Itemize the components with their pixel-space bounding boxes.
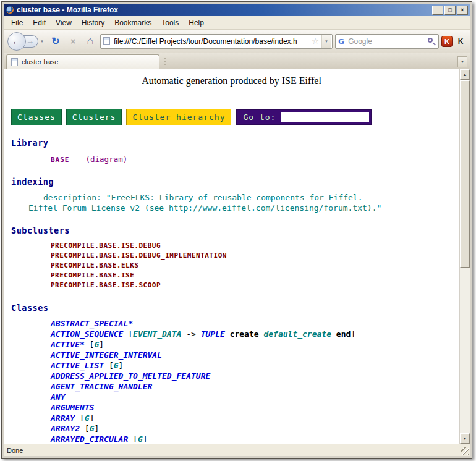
menu-help[interactable]: Help — [184, 17, 209, 29]
doc-button-classes[interactable]: Classes — [11, 109, 62, 125]
subcluster-link[interactable]: PRECOMPILE.BASE.ISE.SCOOP — [51, 281, 459, 290]
tab-bar: cluster base ▼ — [4, 53, 470, 69]
code-text: ] — [90, 413, 95, 423]
code-text — [331, 329, 336, 339]
class-link[interactable]: ACTIVE_INTEGER_INTERVAL — [51, 350, 162, 360]
stop-button[interactable]: × — [66, 34, 80, 49]
arrow-down-icon: ▼ — [463, 436, 467, 441]
code-text: [ — [85, 340, 95, 349]
class-link[interactable]: ACTION_SEQUENCE — [51, 329, 123, 339]
bookmark-star-icon[interactable]: ☆ — [312, 36, 319, 46]
subcluster-link[interactable]: PRECOMPILE.BASE.ISE.DEBUG_IMPLEMENTATION — [51, 251, 459, 261]
subcluster-link[interactable]: PRECOMPILE.BASE.ISE — [51, 271, 459, 281]
minimize-button[interactable]: _ — [432, 6, 443, 15]
classes-heading: Classes — [11, 303, 459, 313]
class-list-row: ACTIVE* [G] — [51, 339, 459, 350]
window-title: cluster base - Mozilla Firefox — [17, 6, 430, 14]
indexing-line: Eiffel Forum License v2 (see http://www.… — [28, 203, 459, 213]
url-dropdown-button[interactable]: ▼ — [321, 35, 331, 48]
doc-button-clusters[interactable]: Clusters — [66, 109, 122, 125]
indexing-line: description: "FreeELKS: Library of reusa… — [43, 192, 459, 203]
window-controls: _□× — [432, 6, 468, 15]
class-link[interactable]: ARRAY — [51, 413, 75, 423]
doc-nav-row: ClassesClustersCluster hierarchy Go to: — [11, 109, 459, 125]
menu-file[interactable]: File — [6, 17, 28, 29]
search-bar[interactable]: G — [335, 34, 439, 49]
class-link[interactable]: ACTIVE_LIST — [51, 361, 104, 370]
back-forward-group: ← → ▼ — [7, 32, 46, 51]
class-link[interactable]: ARRAY2 — [51, 424, 80, 433]
class-link[interactable]: AGENT_TRACING_HANDLER — [51, 382, 152, 391]
kaspersky-icon[interactable]: K — [441, 36, 453, 47]
indexing-heading: indexing — [11, 177, 459, 187]
menu-tools[interactable]: Tools — [156, 17, 184, 29]
menu-edit[interactable]: Edit — [28, 17, 51, 29]
class-link[interactable]: TUPLE — [201, 329, 225, 339]
subcluster-link[interactable]: PRECOMPILE.BASE.ISE.DEBUG — [51, 241, 459, 251]
class-list-row: ARRAYED_CIRCULAR [G] — [51, 434, 459, 444]
maximize-button[interactable]: □ — [444, 6, 456, 15]
search-icon[interactable] — [427, 37, 436, 46]
title-bar[interactable]: cluster base - Mozilla Firefox _□× — [4, 4, 470, 16]
generic-parameter: default_create — [263, 329, 331, 339]
scrollbar-track[interactable] — [460, 80, 470, 433]
search-input[interactable] — [347, 36, 425, 46]
reload-button[interactable]: ↻ — [48, 34, 63, 49]
code-text: ] — [99, 340, 104, 349]
class-list: ABSTRACT_SPECIAL*ACTION_SEQUENCE [EVENT_… — [4, 318, 459, 444]
url-bar[interactable]: ☆ ▼ — [100, 34, 333, 49]
tab-cluster-base[interactable]: cluster base — [6, 54, 159, 69]
k-toolbar-icon[interactable]: K — [455, 36, 466, 47]
goto-input[interactable] — [280, 111, 370, 123]
doc-nav-buttons: ClassesClustersCluster hierarchy — [11, 109, 231, 125]
diagram-link[interactable]: (diagram) — [86, 154, 128, 164]
close-button[interactable]: × — [457, 6, 468, 15]
class-list-row: ADDRESS_APPLIED_TO_MELTED_FEATURE — [51, 371, 459, 381]
library-line: BASE(diagram) — [51, 153, 459, 164]
code-text — [225, 329, 230, 339]
scroll-down-button[interactable]: ▼ — [460, 433, 470, 444]
class-link[interactable]: ARGUMENTS — [51, 403, 94, 412]
scroll-up-button[interactable]: ▲ — [460, 69, 470, 80]
tab-splitter — [164, 58, 168, 65]
menu-view[interactable]: View — [51, 17, 77, 29]
base-cluster-link[interactable]: BASE — [51, 156, 70, 164]
class-list-row: ACTIVE_LIST [G] — [51, 360, 459, 371]
status-bar: Done — [4, 444, 470, 456]
code-text: [ — [75, 413, 85, 423]
back-button[interactable]: ← — [7, 32, 26, 51]
status-text: Done — [7, 447, 23, 454]
vertical-scrollbar[interactable]: ▲ ▼ — [459, 69, 470, 444]
url-input[interactable] — [113, 36, 309, 46]
class-link[interactable]: ABSTRACT_SPECIAL* — [51, 319, 133, 328]
home-button[interactable]: ⌂ — [83, 34, 98, 49]
class-link[interactable]: ANY — [51, 392, 65, 402]
code-text: ] — [351, 329, 355, 339]
history-dropdown-button[interactable]: ▼ — [38, 35, 46, 48]
arrow-up-icon: ▲ — [463, 72, 467, 77]
google-icon[interactable]: G — [338, 36, 344, 46]
class-link[interactable]: ADDRESS_APPLIED_TO_MELTED_FEATURE — [51, 371, 210, 381]
menu-bookmarks[interactable]: Bookmarks — [109, 17, 156, 29]
doc-button-cluster-hierarchy[interactable]: Cluster hierarchy — [126, 109, 231, 125]
code-text: -> — [181, 329, 200, 339]
subcluster-link[interactable]: PRECOMPILE.BASE.ELKS — [51, 261, 459, 271]
class-link[interactable]: ARRAYED_CIRCULAR — [51, 434, 128, 444]
class-link[interactable]: ACTIVE* — [51, 340, 85, 349]
indexing-block: description: "FreeELKS: Library of reusa… — [4, 192, 459, 213]
navigation-toolbar: ← → ▼ ↻ × ⌂ ☆ ▼ G K K — [4, 30, 470, 53]
back-icon: ← — [12, 36, 22, 47]
scrollbar-thumb[interactable] — [460, 80, 470, 268]
eiffel-keyword: create — [230, 329, 259, 339]
menu-history[interactable]: History — [77, 17, 109, 29]
class-list-row: ANY — [51, 392, 459, 402]
class-list-row: ARGUMENTS — [51, 402, 459, 413]
class-list-row: ABSTRACT_SPECIAL* — [51, 318, 459, 329]
generic-parameter: G — [114, 361, 119, 370]
chevron-down-icon: ▼ — [461, 60, 464, 64]
list-all-tabs-button[interactable]: ▼ — [457, 56, 467, 67]
code-text: ] — [143, 434, 148, 444]
class-list-row: ARRAY2 [G] — [51, 423, 459, 434]
resize-grip[interactable] — [461, 447, 469, 455]
tab-page-icon — [11, 58, 18, 66]
